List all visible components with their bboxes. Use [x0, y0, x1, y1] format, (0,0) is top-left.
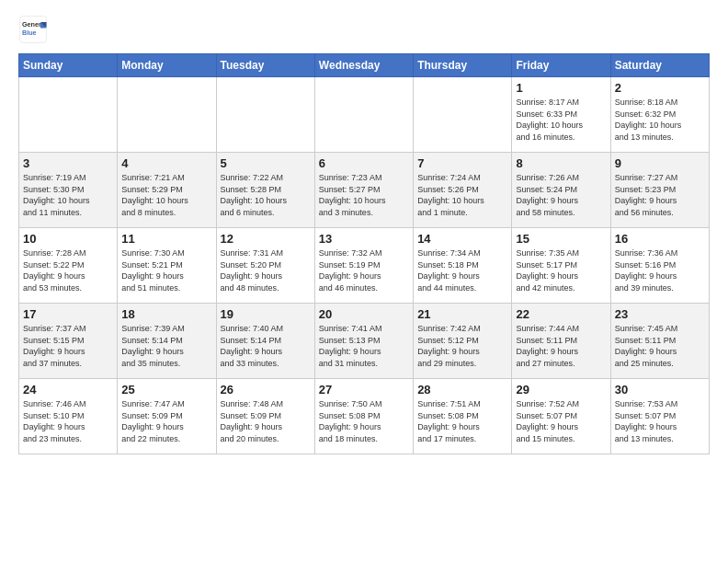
day-number: 6	[319, 156, 409, 170]
calendar-cell	[118, 77, 216, 153]
logo: General Blue	[18, 15, 51, 44]
day-number: 8	[516, 156, 606, 170]
calendar-cell: 28Sunrise: 7:51 AM Sunset: 5:08 PM Dayli…	[414, 379, 512, 454]
day-number: 21	[417, 307, 507, 321]
day-info: Sunrise: 7:27 AM Sunset: 5:23 PM Dayligh…	[615, 172, 705, 218]
day-number: 25	[121, 383, 211, 396]
page: General Blue SundayMondayTuesdayWednesda…	[0, 0, 728, 469]
day-info: Sunrise: 7:21 AM Sunset: 5:29 PM Dayligh…	[121, 172, 211, 218]
calendar-cell: 23Sunrise: 7:45 AM Sunset: 5:11 PM Dayli…	[610, 304, 709, 379]
day-number: 18	[121, 307, 211, 321]
calendar-cell: 24Sunrise: 7:46 AM Sunset: 5:10 PM Dayli…	[19, 379, 118, 454]
day-info: Sunrise: 7:47 AM Sunset: 5:09 PM Dayligh…	[121, 398, 211, 444]
day-number: 20	[319, 307, 409, 321]
calendar-cell: 12Sunrise: 7:31 AM Sunset: 5:20 PM Dayli…	[216, 228, 314, 304]
day-number: 7	[417, 156, 507, 170]
calendar-cell	[414, 77, 512, 153]
col-header-sunday: Sunday	[19, 54, 118, 77]
calendar-cell: 4Sunrise: 7:21 AM Sunset: 5:29 PM Daylig…	[118, 153, 216, 228]
week-row-4: 24Sunrise: 7:46 AM Sunset: 5:10 PM Dayli…	[19, 379, 710, 454]
header: General Blue	[18, 15, 710, 44]
calendar-cell: 2Sunrise: 8:18 AM Sunset: 6:32 PM Daylig…	[610, 77, 709, 153]
calendar-cell: 19Sunrise: 7:40 AM Sunset: 5:14 PM Dayli…	[216, 304, 314, 379]
calendar-cell: 3Sunrise: 7:19 AM Sunset: 5:30 PM Daylig…	[19, 153, 118, 228]
col-header-friday: Friday	[512, 54, 610, 77]
svg-text:Blue: Blue	[22, 29, 37, 37]
day-number: 14	[417, 232, 507, 246]
day-number: 13	[319, 232, 409, 246]
calendar-cell	[314, 77, 413, 153]
day-number: 16	[615, 232, 705, 246]
calendar-cell	[19, 77, 118, 153]
logo-icon: General Blue	[18, 15, 48, 44]
calendar-cell: 10Sunrise: 7:28 AM Sunset: 5:22 PM Dayli…	[19, 228, 118, 304]
day-info: Sunrise: 7:37 AM Sunset: 5:15 PM Dayligh…	[23, 323, 113, 369]
col-header-tuesday: Tuesday	[216, 54, 314, 77]
calendar-cell: 7Sunrise: 7:24 AM Sunset: 5:26 PM Daylig…	[414, 153, 512, 228]
day-info: Sunrise: 7:22 AM Sunset: 5:28 PM Dayligh…	[221, 172, 311, 218]
day-number: 2	[615, 81, 705, 95]
day-info: Sunrise: 7:53 AM Sunset: 5:07 PM Dayligh…	[615, 398, 705, 444]
calendar-cell: 15Sunrise: 7:35 AM Sunset: 5:17 PM Dayli…	[512, 228, 610, 304]
week-row-3: 17Sunrise: 7:37 AM Sunset: 5:15 PM Dayli…	[19, 304, 710, 379]
day-info: Sunrise: 7:41 AM Sunset: 5:13 PM Dayligh…	[319, 323, 409, 369]
day-info: Sunrise: 7:28 AM Sunset: 5:22 PM Dayligh…	[23, 247, 113, 293]
header-row: SundayMondayTuesdayWednesdayThursdayFrid…	[19, 54, 710, 77]
calendar-cell: 16Sunrise: 7:36 AM Sunset: 5:16 PM Dayli…	[610, 228, 709, 304]
day-info: Sunrise: 7:31 AM Sunset: 5:20 PM Dayligh…	[221, 247, 311, 293]
day-info: Sunrise: 7:36 AM Sunset: 5:16 PM Dayligh…	[615, 247, 705, 293]
calendar-cell: 26Sunrise: 7:48 AM Sunset: 5:09 PM Dayli…	[216, 379, 314, 454]
day-number: 1	[516, 81, 606, 95]
day-number: 27	[319, 383, 409, 396]
day-number: 9	[615, 156, 705, 170]
day-number: 24	[23, 383, 113, 396]
day-info: Sunrise: 7:24 AM Sunset: 5:26 PM Dayligh…	[417, 172, 507, 218]
day-number: 19	[221, 307, 311, 321]
calendar-cell: 5Sunrise: 7:22 AM Sunset: 5:28 PM Daylig…	[216, 153, 314, 228]
day-info: Sunrise: 7:40 AM Sunset: 5:14 PM Dayligh…	[221, 323, 311, 369]
day-number: 10	[23, 232, 113, 246]
day-info: Sunrise: 7:39 AM Sunset: 5:14 PM Dayligh…	[121, 323, 211, 369]
calendar-cell: 29Sunrise: 7:52 AM Sunset: 5:07 PM Dayli…	[512, 379, 610, 454]
day-number: 12	[221, 232, 311, 246]
day-info: Sunrise: 7:42 AM Sunset: 5:12 PM Dayligh…	[417, 323, 507, 369]
calendar-cell: 13Sunrise: 7:32 AM Sunset: 5:19 PM Dayli…	[314, 228, 413, 304]
day-number: 15	[516, 232, 606, 246]
calendar-cell: 20Sunrise: 7:41 AM Sunset: 5:13 PM Dayli…	[314, 304, 413, 379]
calendar-cell: 30Sunrise: 7:53 AM Sunset: 5:07 PM Dayli…	[610, 379, 709, 454]
col-header-saturday: Saturday	[610, 54, 709, 77]
calendar-cell	[216, 77, 314, 153]
calendar-table: SundayMondayTuesdayWednesdayThursdayFrid…	[18, 53, 710, 454]
day-info: Sunrise: 7:48 AM Sunset: 5:09 PM Dayligh…	[221, 398, 311, 444]
day-info: Sunrise: 7:26 AM Sunset: 5:24 PM Dayligh…	[516, 172, 606, 218]
day-info: Sunrise: 7:23 AM Sunset: 5:27 PM Dayligh…	[319, 172, 409, 218]
calendar-cell: 14Sunrise: 7:34 AM Sunset: 5:18 PM Dayli…	[414, 228, 512, 304]
day-info: Sunrise: 7:51 AM Sunset: 5:08 PM Dayligh…	[417, 398, 507, 444]
calendar-cell: 17Sunrise: 7:37 AM Sunset: 5:15 PM Dayli…	[19, 304, 118, 379]
day-number: 11	[121, 232, 211, 246]
calendar-cell: 21Sunrise: 7:42 AM Sunset: 5:12 PM Dayli…	[414, 304, 512, 379]
week-row-0: 1Sunrise: 8:17 AM Sunset: 6:33 PM Daylig…	[19, 77, 710, 153]
day-number: 3	[23, 156, 113, 170]
day-number: 23	[615, 307, 705, 321]
day-info: Sunrise: 7:32 AM Sunset: 5:19 PM Dayligh…	[319, 247, 409, 293]
day-info: Sunrise: 7:35 AM Sunset: 5:17 PM Dayligh…	[516, 247, 606, 293]
day-number: 26	[221, 383, 311, 396]
day-info: Sunrise: 7:19 AM Sunset: 5:30 PM Dayligh…	[23, 172, 113, 218]
calendar-cell: 25Sunrise: 7:47 AM Sunset: 5:09 PM Dayli…	[118, 379, 216, 454]
day-info: Sunrise: 7:34 AM Sunset: 5:18 PM Dayligh…	[417, 247, 507, 293]
day-info: Sunrise: 8:18 AM Sunset: 6:32 PM Dayligh…	[615, 97, 705, 143]
week-row-1: 3Sunrise: 7:19 AM Sunset: 5:30 PM Daylig…	[19, 153, 710, 228]
calendar-cell: 22Sunrise: 7:44 AM Sunset: 5:11 PM Dayli…	[512, 304, 610, 379]
col-header-thursday: Thursday	[414, 54, 512, 77]
day-info: Sunrise: 8:17 AM Sunset: 6:33 PM Dayligh…	[516, 97, 606, 143]
calendar-cell: 6Sunrise: 7:23 AM Sunset: 5:27 PM Daylig…	[314, 153, 413, 228]
day-number: 5	[221, 156, 311, 170]
day-info: Sunrise: 7:52 AM Sunset: 5:07 PM Dayligh…	[516, 398, 606, 444]
calendar-cell: 27Sunrise: 7:50 AM Sunset: 5:08 PM Dayli…	[314, 379, 413, 454]
day-info: Sunrise: 7:46 AM Sunset: 5:10 PM Dayligh…	[23, 398, 113, 444]
calendar-cell: 8Sunrise: 7:26 AM Sunset: 5:24 PM Daylig…	[512, 153, 610, 228]
calendar-cell: 1Sunrise: 8:17 AM Sunset: 6:33 PM Daylig…	[512, 77, 610, 153]
day-number: 22	[516, 307, 606, 321]
day-number: 28	[417, 383, 507, 396]
